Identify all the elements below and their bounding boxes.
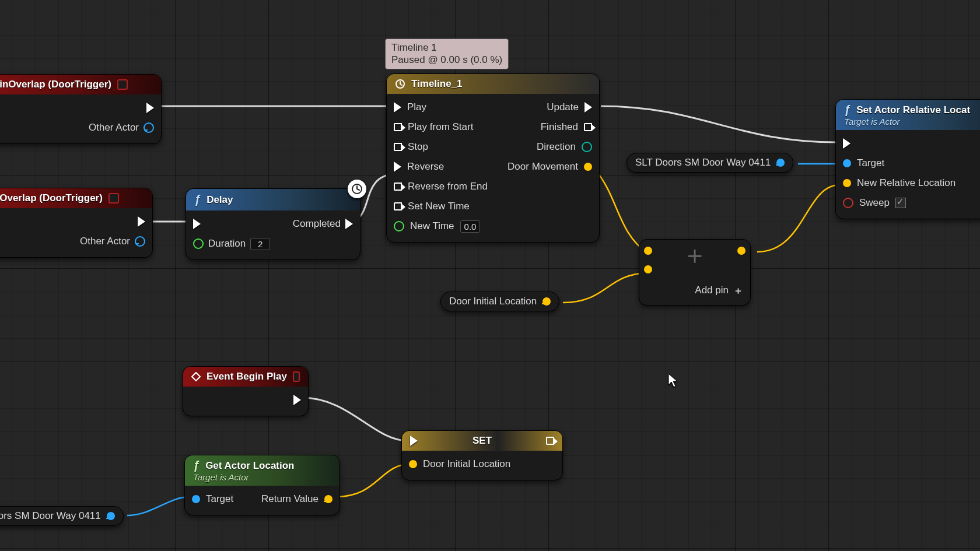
plus-icon: ＋: [682, 242, 708, 268]
direction-label: Direction: [537, 141, 576, 153]
target-pin[interactable]: [843, 159, 851, 167]
finished-label: Finished: [541, 121, 578, 133]
reversefromend-label: Reverse from End: [408, 181, 488, 192]
timeline-tooltip: Timeline 1 Paused @ 0.00 s (0.0 %): [385, 38, 509, 69]
delay-title: Delay: [206, 194, 233, 206]
duration-input[interactable]: 2: [250, 238, 270, 250]
playfromstart-exec-in[interactable]: [394, 123, 402, 131]
sweep-pin[interactable]: [843, 198, 853, 208]
add-pin-label: Add pin: [695, 285, 729, 296]
reverse-exec-in[interactable]: [394, 162, 401, 172]
return-pin[interactable]: [324, 495, 332, 503]
event-title: Event Begin Play: [206, 371, 287, 382]
set-variable-node[interactable]: SET Door Initial Location: [401, 430, 563, 480]
tooltip-line2: Paused @ 0.00 s (0.0 %): [391, 54, 502, 65]
newtime-label: New Time: [410, 220, 454, 232]
stop-exec-in[interactable]: [394, 143, 402, 151]
delegate-pin[interactable]: [117, 79, 128, 90]
play-exec-in[interactable]: [394, 102, 401, 113]
add-in-a[interactable]: [644, 247, 652, 255]
delay-node[interactable]: ƒ Delay Completed Duration 2: [186, 188, 360, 260]
exec-out-pin[interactable]: [546, 437, 554, 445]
function-icon: ƒ: [844, 103, 850, 117]
event-title: ctorEndOverlap (DoorTrigger): [0, 192, 103, 204]
stop-label: Stop: [408, 141, 428, 153]
duration-label: Duration: [208, 238, 246, 250]
node-title: Set Actor Relative Locat: [856, 104, 970, 116]
duration-pin[interactable]: [193, 238, 204, 249]
exec-in-pin[interactable]: [193, 219, 201, 229]
play-label: Play: [407, 101, 426, 113]
exec-out-pin[interactable]: [293, 395, 301, 405]
get-actor-location-node[interactable]: ƒ Get Actor Location Target is Actor Tar…: [184, 455, 340, 515]
other-actor-pin[interactable]: [135, 236, 145, 247]
vector-add-node[interactable]: ＋ Add pin ＋: [639, 239, 751, 306]
var-label: Door Initial Location: [449, 296, 537, 307]
plus-icon-small[interactable]: ＋: [733, 284, 743, 297]
finished-exec-out[interactable]: [584, 123, 592, 131]
update-exec-out[interactable]: [584, 102, 592, 113]
node-subtitle: Target is Actor: [844, 117, 900, 127]
target-pin[interactable]: [192, 495, 200, 503]
var-label: SLT Doors SM Door Way 0411: [635, 157, 771, 169]
exec-out-pin[interactable]: [138, 216, 145, 227]
add-out[interactable]: [737, 247, 746, 255]
function-icon: ƒ: [194, 193, 201, 206]
delegate-pin[interactable]: [293, 371, 300, 382]
doormovement-pin[interactable]: [584, 163, 592, 171]
exec-in-pin[interactable]: [410, 436, 418, 446]
return-label: Return Value: [261, 493, 318, 505]
sweep-checkbox[interactable]: [895, 198, 906, 208]
var-label: Doors SM Door Way 0411: [0, 510, 101, 522]
tooltip-line1: Timeline 1: [391, 42, 437, 53]
setnewtime-label: Set New Time: [408, 201, 470, 212]
value-in-pin[interactable]: [409, 460, 417, 468]
var-out-pin[interactable]: [107, 512, 115, 520]
direction-pin[interactable]: [582, 142, 592, 152]
newrel-pin[interactable]: [843, 179, 851, 187]
reversefromend-exec-in[interactable]: [394, 183, 402, 191]
add-in-b[interactable]: [644, 265, 652, 273]
setnewtime-exec-in[interactable]: [394, 202, 402, 210]
set-title: SET: [473, 435, 492, 447]
exec-in-pin[interactable]: [843, 138, 850, 149]
delegate-pin[interactable]: [108, 193, 119, 203]
set-actor-relative-location-node[interactable]: ƒ Set Actor Relative Locat Target is Act…: [835, 99, 980, 219]
node-subtitle: Target is Actor: [193, 472, 249, 482]
reverse-label: Reverse: [407, 161, 444, 173]
node-title: Get Actor Location: [205, 460, 294, 472]
exec-out-pin[interactable]: [345, 219, 353, 229]
value-label: Door Initial Location: [423, 458, 510, 470]
timeline-node[interactable]: Timeline_1 Play Update Play from Start F…: [386, 73, 600, 243]
completed-label: Completed: [293, 218, 341, 230]
newrel-label: New Relative Location: [857, 177, 956, 189]
exec-out-pin[interactable]: [146, 103, 154, 113]
variable-ref-slt-door[interactable]: SLT Doors SM Door Way 0411: [626, 153, 793, 173]
other-actor-pin[interactable]: [144, 122, 154, 133]
event-end-overlap-node[interactable]: ctorEndOverlap (DoorTrigger) Other Actor: [0, 188, 153, 258]
blueprint-graph-canvas[interactable]: Timeline 1 Paused @ 0.00 s (0.0 %) ctorB…: [0, 0, 980, 551]
update-label: Update: [547, 101, 579, 113]
var-out-pin[interactable]: [542, 297, 551, 306]
event-icon: [191, 371, 201, 382]
sweep-label: Sweep: [859, 197, 890, 209]
newtime-pin[interactable]: [394, 221, 404, 231]
other-actor-label: Other Actor: [89, 122, 139, 134]
function-icon: ƒ: [193, 459, 200, 472]
event-title: ctorBeginOverlap (DoorTrigger): [0, 79, 111, 90]
clock-icon: [395, 79, 405, 89]
target-label: Target: [857, 157, 884, 169]
doormovement-label: Door Movement: [508, 161, 578, 173]
latent-clock-icon: [348, 180, 366, 198]
target-label: Target: [206, 493, 233, 505]
timeline-title: Timeline_1: [411, 78, 463, 90]
event-begin-play-node[interactable]: Event Begin Play: [183, 366, 309, 416]
variable-ref-door-initial-location[interactable]: Door Initial Location: [440, 292, 559, 311]
newtime-input[interactable]: 0.0: [460, 220, 481, 233]
playfromstart-label: Play from Start: [408, 121, 473, 133]
event-begin-overlap-node[interactable]: ctorBeginOverlap (DoorTrigger) Other Act…: [0, 74, 162, 144]
other-actor-label: Other Actor: [80, 236, 130, 247]
var-out-pin[interactable]: [776, 159, 785, 167]
variable-ref-doors-door-way[interactable]: Doors SM Door Way 0411: [0, 506, 124, 526]
